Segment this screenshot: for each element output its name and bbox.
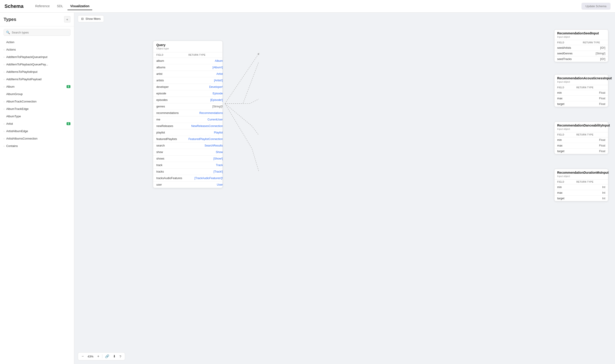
sidebar-item-album-type[interactable]: ›AlbumType xyxy=(0,113,74,120)
table-row: seedArtists [ID!] xyxy=(555,45,608,51)
search-input[interactable] xyxy=(12,31,68,34)
sidebar-collapse-button[interactable]: « xyxy=(64,16,70,23)
return-type[interactable]: User xyxy=(185,182,226,188)
type-link[interactable]: [Show!] xyxy=(214,157,223,160)
sidebar-item-add-items-playlist-input[interactable]: ›AddItemsToPlaylistInput xyxy=(0,68,74,76)
sidebar-item-artist-albums-connection[interactable]: ›ArtistAlbumsConnection xyxy=(0,135,74,142)
type-plain: [String!]! xyxy=(212,105,223,108)
return-type[interactable]: Recommendations xyxy=(185,110,226,117)
type-link[interactable]: Recommendations xyxy=(199,111,223,115)
field-header: FIELD xyxy=(555,85,574,90)
return-type[interactable]: [Show!] xyxy=(185,156,226,162)
field-name: artist xyxy=(153,71,185,77)
table-row: max Float xyxy=(555,96,608,101)
sidebar-item-label: AlbumGroup xyxy=(6,92,70,96)
chevron-icon: › xyxy=(4,122,4,125)
return-type[interactable]: SearchResults xyxy=(185,143,226,149)
return-type: [ID!] xyxy=(580,45,608,51)
sidebar: Types « 🔍 ›Action›Actions›AddItemToPlayb… xyxy=(0,13,74,364)
return-type[interactable]: [Track!] xyxy=(185,169,226,175)
field-name: max xyxy=(555,143,574,149)
return-type[interactable]: NewReleasesConnection xyxy=(185,123,226,130)
chevron-icon: › xyxy=(4,48,4,51)
chevron-icon: › xyxy=(4,85,4,88)
table-row: trackTrack xyxy=(153,162,226,169)
type-link[interactable]: User xyxy=(217,183,223,186)
return-type[interactable]: Show xyxy=(185,149,226,156)
return-type[interactable]: [Episode!] xyxy=(185,97,226,103)
return-type[interactable]: FeaturedPlaylistConnection xyxy=(185,136,226,143)
type-link[interactable]: Episode xyxy=(213,92,223,95)
type-link[interactable]: Artist xyxy=(216,72,223,76)
tab-sdl[interactable]: SDL xyxy=(54,2,66,10)
search-input-wrap: 🔍 xyxy=(4,29,70,36)
show-filters-label: Show filters xyxy=(85,17,101,20)
field-name: min xyxy=(555,184,574,190)
bottom-toolbar: − 43% + 🔗 ⬇ ? xyxy=(78,352,125,360)
return-type[interactable]: [Artist!] xyxy=(185,77,226,84)
table-row: seedTracks [ID!] xyxy=(555,56,608,62)
svg-line-0 xyxy=(225,54,259,104)
type-link[interactable]: Playlist xyxy=(214,131,223,134)
table-row: target Float xyxy=(555,101,608,107)
table-row: developerDeveloper! xyxy=(153,84,226,90)
sidebar-item-actions[interactable]: ›Actions xyxy=(0,46,74,53)
type-link[interactable]: [Track!] xyxy=(214,170,223,173)
sidebar-item-album-group[interactable]: ›AlbumGroup xyxy=(0,90,74,98)
return-type[interactable]: Episode xyxy=(185,90,226,97)
sidebar-item-label: Action xyxy=(6,40,70,44)
show-filters-button[interactable]: ⊟ Show filters xyxy=(78,15,104,22)
sidebar-item-album-track-edge[interactable]: ›AlbumTrackEdge xyxy=(0,105,74,113)
field-name: developer xyxy=(153,84,185,90)
return-type[interactable]: [Album!] xyxy=(185,64,226,71)
table-row: min Float xyxy=(555,90,608,96)
type-link[interactable]: Album xyxy=(215,59,223,63)
search-icon: 🔍 xyxy=(6,31,10,34)
sidebar-item-artist-album-edge[interactable]: ›ArtistAlbumEdge xyxy=(0,127,74,135)
sidebar-item-album-track-connection[interactable]: ›AlbumTrackConnection xyxy=(0,98,74,105)
toolbar-divider xyxy=(102,354,102,358)
return-type: [String!]! xyxy=(185,103,226,110)
return-type[interactable]: Album xyxy=(185,58,226,64)
sidebar-item-artist[interactable]: ›ArtistE xyxy=(0,120,74,127)
sidebar-item-album[interactable]: ›AlbumE xyxy=(0,83,74,90)
type-link[interactable]: Track xyxy=(216,164,223,167)
return-type[interactable]: CurrentUser xyxy=(185,117,226,123)
zoom-in-button[interactable]: + xyxy=(96,354,100,359)
download-button[interactable]: ⬇ xyxy=(112,354,117,359)
type-link[interactable]: Developer! xyxy=(209,85,223,89)
type-link[interactable]: [TrackAudioFeatures!]! xyxy=(195,177,223,180)
sidebar-item-action[interactable]: ›Action xyxy=(0,39,74,46)
table-row: genres[String!]! xyxy=(153,103,226,110)
zoom-out-button[interactable]: − xyxy=(81,354,85,359)
field-name: min xyxy=(555,137,574,143)
tab-reference[interactable]: Reference xyxy=(32,2,52,10)
type-link[interactable]: NewReleasesConnection xyxy=(191,124,223,128)
type-link[interactable]: [Artist!] xyxy=(214,79,223,82)
small-box-recommendation-acousticness-input: RecommendationAcousticnessInput Input ob… xyxy=(554,74,608,107)
type-link[interactable]: SearchResults xyxy=(205,144,223,147)
return-type[interactable]: Track xyxy=(185,162,226,169)
sidebar-item-add-item-playback-queue-pay[interactable]: ›AddItemToPlaybackQueuePay... xyxy=(0,61,74,68)
type-link[interactable]: [Album!] xyxy=(213,66,223,69)
return-type[interactable]: Playlist xyxy=(185,130,226,136)
field-name: max xyxy=(555,190,574,196)
return-type[interactable]: [TrackAudioFeatures!]! xyxy=(185,175,226,182)
query-box: Query Object type FIELD RETURN TYPE albu… xyxy=(153,41,223,188)
return-type[interactable]: Artist xyxy=(185,71,226,77)
sidebar-item-add-item-playback-queue-input[interactable]: ›AddItemToPlaybackQueueInput xyxy=(0,53,74,61)
help-button[interactable]: ? xyxy=(119,354,122,359)
sidebar-item-add-items-playlist-payload[interactable]: ›AddItemsToPlaylistPayload xyxy=(0,76,74,83)
tab-visualization[interactable]: Visualization xyxy=(68,2,92,10)
type-link[interactable]: [Episode!] xyxy=(210,98,223,102)
link-button[interactable]: 🔗 xyxy=(104,354,110,359)
sidebar-item-contains[interactable]: ›Contains xyxy=(0,142,74,150)
type-link[interactable]: FeaturedPlaylistConnection xyxy=(189,138,223,141)
type-link[interactable]: Show xyxy=(216,151,223,154)
update-schema-button[interactable]: Update Schema xyxy=(581,3,611,10)
return-type[interactable]: Developer! xyxy=(185,84,226,90)
return-type: Int xyxy=(574,184,608,190)
type-link[interactable]: CurrentUser xyxy=(207,118,223,121)
table-row: recommendationsRecommendations xyxy=(153,110,226,117)
query-box-header: Query Object type xyxy=(153,41,222,52)
